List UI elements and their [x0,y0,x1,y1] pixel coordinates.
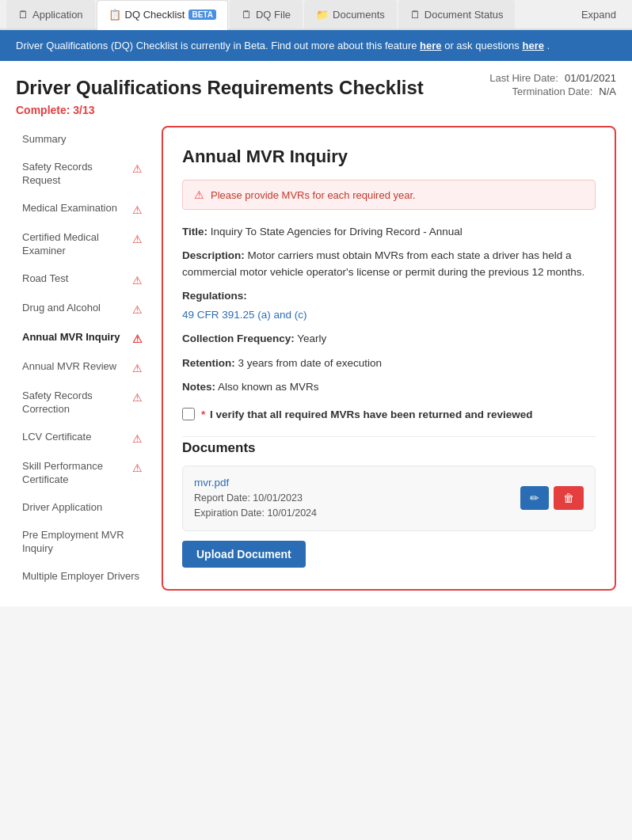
sidebar-item-multiple-employer-drivers-label: Multiple Employer Drivers [22,570,139,583]
upload-document-button[interactable]: Upload Document [182,541,306,568]
sidebar-item-annual-mvr-review[interactable]: Annual MVR Review ⚠ [16,353,149,382]
term-date-value: N/A [599,86,616,97]
verify-label-text: I verify that all required MVRs have bee… [210,409,532,420]
regulation-link[interactable]: 49 CFR 391.25 (a) and (c) [182,309,307,321]
edit-document-button[interactable]: ✏ [520,486,549,510]
sidebar-item-multiple-employer-drivers[interactable]: Multiple Employer Drivers [16,563,149,591]
required-star: * [201,409,205,420]
sidebar-item-lcv-certificate[interactable]: LCV Certificate ⚠ [16,424,149,453]
alert-box: ⚠ Please provide MVRs for each required … [182,180,596,210]
regulations-row: Regulations: 49 CFR 391.25 (a) and (c) [182,288,596,324]
sidebar-item-driver-application[interactable]: Driver Application [16,494,149,522]
collection-frequency-label: Collection Frequency: [182,333,295,344]
tab-application-label: Application [32,9,83,21]
document-status-tab-icon: 🗒 [410,9,421,21]
report-date-label: Report Date: [194,492,250,504]
safety-records-correction-warn-icon: ⚠ [132,390,143,405]
collection-frequency-row: Collection Frequency: Yearly [182,331,596,347]
sidebar-item-medical-examination[interactable]: Medical Examination ⚠ [16,195,149,224]
sidebar-item-certified-medical-examiner-label: Certified Medical Examiner [22,231,129,258]
retention-label: Retention: [182,357,235,369]
sidebar-item-annual-mvr-inquiry[interactable]: Annual MVR Inquiry ⚠ [16,324,149,353]
tab-documents-label: Documents [333,9,385,21]
document-name[interactable]: mvr.pdf [194,477,229,488]
description-row: Description: Motor carriers must obtain … [182,248,596,280]
collection-frequency-value: Yearly [297,333,326,344]
annual-mvr-inquiry-warn-icon: ⚠ [132,332,143,346]
tab-dq-file[interactable]: 🗒 DQ File [230,0,303,29]
retention-value: 3 years from date of execution [238,357,383,369]
sidebar-item-lcv-certificate-label: LCV Certificate [22,431,91,444]
document-info: mvr.pdf Report Date: 10/01/2023 Expirati… [194,476,317,521]
tab-document-status[interactable]: 🗒 Document Status [398,0,516,29]
detail-panel-title: Annual MVR Inquiry [182,146,596,167]
verify-checkbox[interactable] [182,408,195,420]
safety-records-request-warn-icon: ⚠ [132,162,143,176]
certified-medical-examiner-warn-icon: ⚠ [132,232,143,246]
sidebar-item-annual-mvr-review-label: Annual MVR Review [22,360,116,374]
main-layout: Summary Safety Records Request ⚠ Medical… [16,126,616,591]
delete-document-button[interactable]: 🗑 [554,486,584,510]
banner-link-2[interactable]: here [522,40,543,51]
document-actions: ✏ 🗑 [520,486,584,510]
expand-button[interactable]: Expand [572,1,626,29]
sidebar-item-safety-records-request[interactable]: Safety Records Request ⚠ [16,154,149,195]
document-meta: Report Date: 10/01/2023 Expiration Date:… [194,491,317,521]
page-content: Driver Qualifications Requirements Check… [0,61,632,606]
banner-text-2: or ask questions [444,40,522,51]
dq-checklist-tab-icon: 📋 [109,9,121,21]
description-field-label: Description: [182,249,245,261]
title-row: Title: Inquiry To State Agencies for Dri… [182,224,596,240]
sidebar-item-certified-medical-examiner[interactable]: Certified Medical Examiner ⚠ [16,224,149,265]
banner-text: Driver Qualifications (DQ) Checklist is … [16,40,420,51]
banner-text-3: . [547,40,550,51]
sidebar-item-summary[interactable]: Summary [16,126,149,154]
tab-application[interactable]: 🗒 Application [6,0,95,29]
sidebar-item-driver-application-label: Driver Application [22,501,102,515]
notes-row: Notes: Also known as MVRs [182,379,596,395]
application-tab-icon: 🗒 [18,9,29,21]
alert-message: Please provide MVRs for each required ye… [211,189,416,201]
tab-dq-checklist-label: DQ Checklist [125,9,185,21]
banner-link-1[interactable]: here [420,40,441,51]
sidebar-item-safety-records-correction[interactable]: Safety Records Correction ⚠ [16,382,149,424]
sidebar: Summary Safety Records Request ⚠ Medical… [16,126,149,591]
sidebar-item-pre-employment-mvr-inquiry[interactable]: Pre Employment MVR Inquiry [16,522,149,563]
sidebar-item-summary-label: Summary [22,133,67,146]
hire-date-value: 01/01/2021 [565,72,616,84]
beta-banner: Driver Qualifications (DQ) Checklist is … [0,30,632,61]
sidebar-item-drug-and-alcohol[interactable]: Drug and Alcohol ⚠ [16,295,149,324]
sidebar-item-drug-and-alcohol-label: Drug and Alcohol [22,302,101,315]
documents-section-title: Documents [182,436,596,456]
sidebar-item-medical-examination-label: Medical Examination [22,202,117,215]
hire-info: Last Hire Date: 01/01/2021 Termination D… [489,72,616,99]
sidebar-item-road-test[interactable]: Road Test ⚠ [16,265,149,295]
hire-date-label: Last Hire Date: [489,72,558,84]
beta-badge: BETA [188,10,215,20]
sidebar-item-pre-employment-mvr-inquiry-label: Pre Employment MVR Inquiry [22,529,143,556]
skill-performance-certificate-warn-icon: ⚠ [132,461,143,475]
detail-panel: Annual MVR Inquiry ⚠ Please provide MVRs… [162,126,616,591]
retention-row: Retention: 3 years from date of executio… [182,355,596,371]
sidebar-item-safety-records-request-label: Safety Records Request [22,161,129,188]
complete-status: Complete: 3/13 [16,104,95,116]
drug-and-alcohol-warn-icon: ⚠ [132,302,143,317]
alert-icon: ⚠ [194,188,204,201]
verify-checkbox-label[interactable]: * I verify that all required MVRs have b… [201,409,532,420]
expiration-date-value: 10/01/2024 [267,507,317,519]
lcv-certificate-warn-icon: ⚠ [132,431,143,446]
annual-mvr-review-warn-icon: ⚠ [132,361,143,375]
sidebar-item-skill-performance-certificate[interactable]: Skill Performance Certificate ⚠ [16,453,149,494]
notes-value: Also known as MVRs [218,381,319,393]
documents-tab-icon: 📁 [316,9,329,21]
tab-documents[interactable]: 📁 Documents [304,0,397,29]
notes-label: Notes: [182,381,215,393]
sidebar-item-safety-records-correction-label: Safety Records Correction [22,390,129,416]
expiration-date-label: Expiration Date: [194,507,265,519]
tab-document-status-label: Document Status [425,9,504,21]
verify-checkbox-row: * I verify that all required MVRs have b… [182,408,596,420]
tab-dq-checklist[interactable]: 📋 DQ Checklist BETA [97,0,228,30]
tab-dq-file-label: DQ File [256,9,291,21]
road-test-warn-icon: ⚠ [132,273,143,287]
sidebar-item-skill-performance-certificate-label: Skill Performance Certificate [22,460,129,487]
